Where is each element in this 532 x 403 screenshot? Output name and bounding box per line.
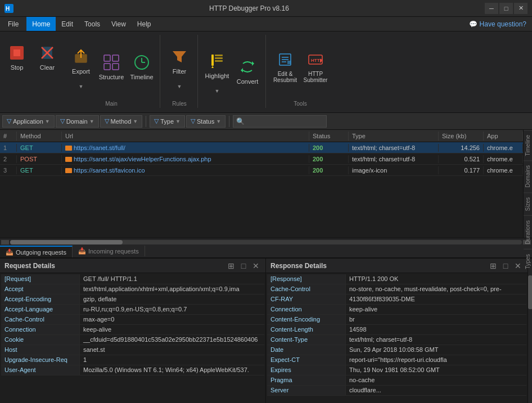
search-input[interactable] bbox=[245, 118, 323, 125]
toolbar-highlight-items: Highlight ▼ Convert bbox=[202, 35, 262, 108]
svg-rect-17 bbox=[215, 55, 223, 56]
funnel-icon-status: ▽ bbox=[191, 117, 195, 125]
filter-type[interactable]: ▽ Type ▼ bbox=[150, 115, 185, 128]
table-row[interactable]: 1 GET https://sanet.st/full/ 200 text/ht… bbox=[0, 142, 523, 153]
td-url: https://sanet.st/ajax/viewHelperFunction… bbox=[62, 155, 309, 163]
detail-row: [Response] HTTP/1.1 200 OK bbox=[267, 274, 526, 284]
filter-search-box[interactable]: 🔍 bbox=[233, 115, 327, 128]
response-scrollbar[interactable] bbox=[528, 259, 532, 403]
minimize-button[interactable]: ─ bbox=[485, 3, 498, 14]
request-title: Request Details bbox=[4, 262, 224, 270]
convert-icon bbox=[238, 58, 256, 76]
bottom-panels-tabs: 📤 Outgoing requests 📥 Incoming requests bbox=[0, 246, 532, 258]
stop-svg bbox=[8, 44, 26, 62]
menu-file[interactable]: File bbox=[0, 17, 26, 31]
table-row[interactable]: 2 POST https://sanet.st/ajax/viewHelperF… bbox=[0, 153, 523, 165]
clear-button[interactable]: Clear bbox=[33, 35, 62, 80]
detail-key: Cache-Control bbox=[1, 315, 80, 324]
sidebar-tab-types[interactable]: Types bbox=[524, 249, 532, 274]
have-question-link[interactable]: 💬 Have question? bbox=[463, 20, 532, 28]
detail-key: [Response] bbox=[267, 274, 346, 284]
th-method: Method bbox=[17, 132, 62, 141]
detail-value: GET /full/ HTTP/1.1 bbox=[80, 274, 264, 284]
highlight-button[interactable]: Highlight bbox=[202, 46, 232, 85]
detail-key: Date bbox=[267, 345, 346, 355]
response-expand-button[interactable]: □ bbox=[501, 261, 511, 271]
horizontal-scrollbar[interactable] bbox=[0, 238, 532, 246]
scroll-left-btn[interactable] bbox=[1, 240, 9, 244]
detail-value: 1 bbox=[80, 355, 264, 365]
export-button[interactable]: Export bbox=[66, 42, 96, 81]
svg-rect-18 bbox=[215, 57, 223, 59]
stop-button[interactable]: Stop bbox=[2, 35, 31, 80]
sidebar-tab-sizes[interactable]: Sizes bbox=[524, 192, 532, 215]
maximize-button[interactable]: □ bbox=[499, 3, 513, 14]
td-size: 0.521 bbox=[439, 155, 484, 163]
table-row[interactable]: 3 GET https://sanet.st/favicon.ico 200 i… bbox=[0, 165, 523, 176]
incoming-requests-tab[interactable]: 📥 Incoming requests bbox=[73, 246, 145, 256]
response-details-panel: Response Details ⊞ □ ✕ [Response] HTTP/1… bbox=[266, 259, 528, 403]
th-num: # bbox=[0, 132, 17, 141]
http-submitter-button[interactable]: HTTP HTTPSubmitter bbox=[301, 44, 330, 89]
sidebar-tab-durations[interactable]: Durations bbox=[524, 215, 532, 249]
menu-view[interactable]: View bbox=[106, 17, 132, 31]
chat-icon: 💬 bbox=[469, 20, 477, 28]
td-url: https://sanet.st/favicon.ico bbox=[62, 166, 309, 174]
td-num: 1 bbox=[0, 144, 17, 152]
response-close-button[interactable]: ✕ bbox=[513, 261, 523, 271]
svg-marker-15 bbox=[173, 51, 186, 62]
detail-key: [Request] bbox=[1, 274, 80, 284]
sidebar-tab-domains[interactable]: Domains bbox=[524, 160, 532, 192]
stop-icon bbox=[8, 44, 26, 62]
close-button[interactable]: ✕ bbox=[514, 3, 528, 14]
filter-bar: ▽ Application ▼ ▽ Domain ▼ ▽ Method ▼ ▽ … bbox=[0, 113, 532, 130]
request-pin-button[interactable]: ⊞ bbox=[226, 261, 236, 271]
menu-home[interactable]: Home bbox=[26, 17, 56, 31]
svg-rect-10 bbox=[104, 64, 110, 70]
filter-domain[interactable]: ▽ Domain ▼ bbox=[56, 115, 99, 128]
menu-edit[interactable]: Edit bbox=[56, 17, 79, 31]
filter-status[interactable]: ▽ Status ▼ bbox=[186, 115, 226, 128]
detail-row: CF-RAY 4130f86f3f839035-DME bbox=[267, 295, 526, 305]
menu-help[interactable]: Help bbox=[132, 17, 157, 31]
filter-dropdown-button[interactable]: ▼ bbox=[165, 81, 194, 92]
detail-key: Expect-CT bbox=[267, 355, 346, 365]
scroll-track[interactable] bbox=[10, 240, 522, 244]
convert-button[interactable]: Convert bbox=[233, 49, 262, 94]
detail-key: User-Agent bbox=[1, 365, 80, 375]
td-method: GET bbox=[17, 166, 62, 174]
export-svg bbox=[72, 48, 90, 66]
export-dropdown-button[interactable]: ▼ bbox=[66, 81, 96, 92]
response-pin-button[interactable]: ⊞ bbox=[488, 261, 498, 271]
funnel-icon-method: ▽ bbox=[105, 117, 109, 125]
funnel-icon-app: ▽ bbox=[7, 117, 11, 125]
filter-method[interactable]: ▽ Method ▼ bbox=[100, 115, 143, 128]
request-close-button[interactable]: ✕ bbox=[251, 261, 261, 271]
outgoing-requests-tab[interactable]: 📤 Outgoing requests bbox=[0, 246, 73, 257]
detail-row: Connection keep-alive bbox=[267, 305, 526, 315]
filter-button[interactable]: Filter bbox=[165, 42, 194, 81]
http-submitter-icon: HTTP bbox=[306, 51, 324, 69]
td-url: https://sanet.st/full/ bbox=[62, 144, 309, 152]
svg-marker-20 bbox=[211, 66, 214, 68]
detail-row: Content-Type text/html; charset=utf-8 bbox=[267, 335, 526, 345]
filter-application[interactable]: ▽ Application ▼ bbox=[2, 115, 55, 128]
edit-resubmit-button[interactable]: Edit &Resubmit bbox=[270, 44, 300, 89]
scroll-thumb[interactable] bbox=[10, 240, 123, 244]
request-expand-button[interactable]: □ bbox=[238, 261, 249, 271]
highlight-dropdown-button[interactable]: ▼ bbox=[202, 85, 232, 97]
menu-tools[interactable]: Tools bbox=[79, 17, 106, 31]
response-scroll-thumb[interactable] bbox=[528, 275, 532, 309]
svg-rect-9 bbox=[112, 55, 119, 61]
highlight-container: Highlight ▼ bbox=[202, 46, 232, 97]
timeline-button[interactable]: Timeline bbox=[127, 44, 156, 89]
detail-row: Expires Thu, 19 Nov 1981 08:52:00 GMT bbox=[267, 365, 526, 375]
toolbar-main-items: Export ▼ Structure bbox=[66, 35, 156, 98]
structure-button[interactable]: Structure bbox=[97, 44, 126, 89]
detail-row: Upgrade-Insecure-Req 1 bbox=[1, 355, 264, 365]
sidebar-tab-timeline[interactable]: Timeline bbox=[524, 130, 532, 160]
detail-key: Expires bbox=[267, 365, 346, 375]
detail-value: keep-alive bbox=[80, 325, 264, 334]
detail-row: Server cloudflare... bbox=[267, 386, 526, 396]
detail-key: Pragma bbox=[267, 375, 346, 385]
